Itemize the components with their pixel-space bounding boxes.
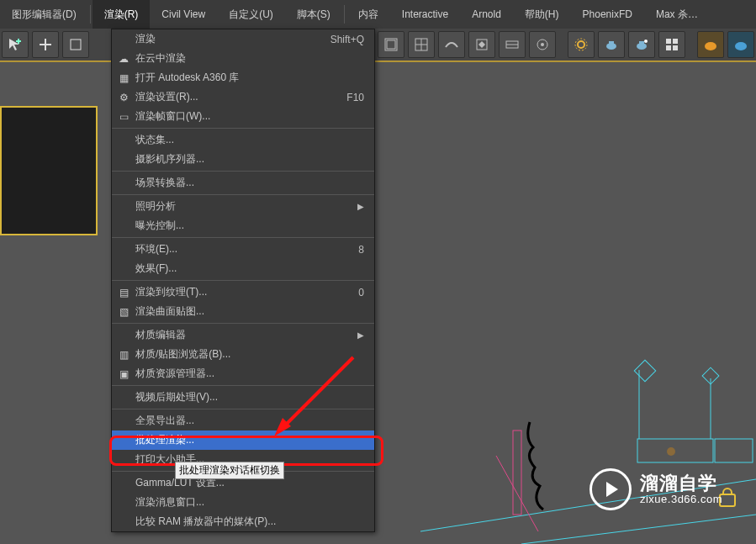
menu-divider [112,385,374,386]
axis-move-icon[interactable] [32,31,59,58]
svg-rect-35 [634,360,655,381]
menu-render-settings[interactable]: ⚙渲染设置(R)...F10 [112,87,374,107]
a360-icon: ▦ [117,71,130,85]
asset-icon: ▣ [117,367,130,381]
svg-rect-12 [387,40,395,49]
menu-video-post[interactable]: 视频后期处理(V)... [112,388,374,407]
watermark-url: zixue.3d66.com [640,494,722,506]
menu-panorama-exporter[interactable]: 全景导出器... [112,411,374,430]
menu-divider [112,323,374,324]
watermark: 溜溜自学 zixue.3d66.com [589,468,722,510]
menu-graph-editor[interactable]: 图形编辑器(D) [0,0,88,29]
gear-icon[interactable] [568,31,595,58]
menu-render-frame-window[interactable]: ▭渲染帧窗口(W)... [112,107,374,126]
menu-render-message[interactable]: 渲染消息窗口... [112,493,374,512]
menu-render[interactable]: 渲染(R) [93,0,151,29]
svg-rect-31 [666,45,671,50]
menu-environment[interactable]: 环境(E)...8 [112,240,374,259]
menu-camera-sequencer[interactable]: 摄影机序列器... [112,150,374,169]
svg-rect-25 [609,41,614,44]
svg-line-44 [496,456,538,531]
menu-separator [90,5,91,24]
menu-divider [112,194,374,195]
svg-point-28 [644,40,648,43]
menu-render-cloud[interactable]: ☁在云中渲染 [112,49,374,68]
render-prod-icon[interactable] [697,31,724,58]
teapot-b-icon[interactable] [628,31,655,58]
settings-icon: ⚙ [117,91,130,104]
layout-d-icon[interactable] [408,31,435,58]
svg-rect-43 [513,430,521,515]
tooltip: 批处理渲染对话框切换 [175,462,284,479]
chevron-right-icon: ▶ [357,330,364,340]
svg-point-26 [637,43,647,50]
svg-point-33 [705,42,716,50]
menu-interactive[interactable]: Interactive [390,0,460,29]
menu-effects[interactable]: 效果(F)... [112,259,374,278]
layout-g-icon[interactable] [499,31,526,58]
menu-material-browser[interactable]: ▥材质/贴图浏览器(B)... [112,345,374,364]
surf-icon: ▧ [117,305,130,319]
menu-divider [112,237,374,238]
svg-point-22 [578,41,584,48]
menu-material-editor[interactable]: 材质编辑器▶ [112,325,374,345]
menu-customize[interactable]: 自定义(U) [217,0,285,29]
svg-rect-30 [673,39,678,44]
menu-civil-view[interactable]: Civil View [150,0,217,29]
viewport-left-panel[interactable] [0,106,98,235]
menu-help[interactable]: 帮助(H) [513,0,571,29]
menu-phoenixfd[interactable]: PhoenixFD [571,0,644,29]
menu-divider [112,128,374,129]
menu-material-explorer[interactable]: ▣材质资源管理器... [112,364,374,383]
menubar: 图形编辑器(D) 渲染(R) Civil View 自定义(U) 脚本(S) 内… [0,0,756,29]
menu-script[interactable]: 脚本(S) [285,0,342,29]
menu-arnold[interactable]: Arnold [460,0,513,29]
chevron-right-icon: ▶ [357,202,364,211]
menu-exposure-control[interactable]: 曝光控制... [112,216,374,235]
render-iter-icon[interactable] [727,31,754,58]
render-menu-dropdown: 渲染Shift+Q ☁在云中渲染 ▦打开 Autodesk A360 库 ⚙渲染… [111,29,375,532]
cursor-plus-icon[interactable] [2,31,29,58]
menu-open-a360[interactable]: ▦打开 Autodesk A360 库 [112,68,374,87]
browser-icon: ▥ [117,348,130,362]
menu-separator [344,5,345,24]
menu-scene-converter[interactable]: 场景转换器... [112,173,374,193]
svg-marker-17 [478,41,485,48]
svg-rect-32 [673,45,678,50]
menu-divider [112,171,374,172]
svg-rect-29 [666,39,671,44]
svg-rect-5 [71,40,81,50]
svg-point-45 [667,447,675,456]
svg-point-24 [606,43,616,50]
tex-icon: ▤ [117,286,130,299]
menu-render-to-texture[interactable]: ▤渲染到纹理(T)...0 [112,283,374,302]
svg-point-21 [541,43,544,46]
menu-compare-ram[interactable]: 比较 RAM 播放器中的媒体(P)... [112,512,374,531]
menu-batch-render[interactable]: 批处理渲染... [112,430,374,450]
layout-h-icon[interactable] [529,31,556,58]
menu-render-surface-map[interactable]: ▧渲染曲面贴图... [112,302,374,321]
svg-point-34 [735,42,747,50]
layout-f-icon[interactable] [468,31,495,58]
menu-divider [112,280,374,281]
layout-c-icon[interactable] [378,31,404,58]
menu-lighting-analysis[interactable]: 照明分析▶ [112,197,374,216]
menu-content[interactable]: 内容 [346,0,390,29]
svg-rect-27 [639,41,644,44]
play-icon [589,468,632,510]
tool-3-icon[interactable] [62,31,89,58]
menu-divider [112,409,374,409]
frame-icon: ▭ [117,110,130,124]
svg-line-42 [521,515,756,544]
svg-rect-2 [16,40,21,42]
menu-state-sets[interactable]: 状态集... [112,130,374,150]
svg-rect-37 [637,439,713,462]
svg-rect-38 [715,439,753,462]
cloud-icon: ☁ [117,52,130,66]
menu-max-extra[interactable]: Max 杀… [644,0,710,29]
teapot-a-icon[interactable] [598,31,625,58]
menu-render-do[interactable]: 渲染Shift+Q [112,29,374,49]
grid-small-icon[interactable] [658,31,685,58]
watermark-title: 溜溜自学 [640,473,722,494]
layout-e-icon[interactable] [438,31,465,58]
